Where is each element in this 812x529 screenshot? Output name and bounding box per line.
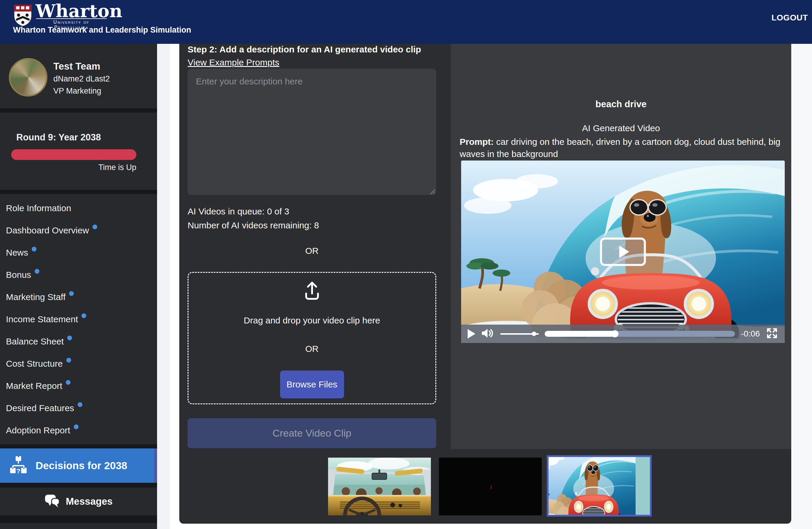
thumbnail-beach-drive-selected[interactable] xyxy=(547,455,652,517)
page-margin xyxy=(791,44,812,529)
divider xyxy=(0,108,157,113)
top-navbar: Wharton University of Pennsylvania Whart… xyxy=(0,0,812,44)
team-section: Test Team dName2 dLast2 VP Marketing xyxy=(0,44,157,108)
time-remaining: -0:06 xyxy=(741,329,760,339)
dropzone-instruction: Drag and drop your video clip here xyxy=(244,315,380,325)
play-overlay-button[interactable] xyxy=(600,237,646,266)
team-member: dName2 dLast2 xyxy=(53,73,110,85)
main-panel: Step 2: Add a description for an AI gene… xyxy=(179,44,791,524)
notification-dot xyxy=(69,291,74,296)
sidebar-nav-item[interactable]: Desired Features xyxy=(0,397,157,419)
thumbnail-speck xyxy=(491,485,492,489)
remaining-status: Number of AI videos remaining: 8 xyxy=(188,220,319,231)
scrollbar-track[interactable] xyxy=(170,44,179,529)
queue-status: AI Videos in queue: 0 of 3 xyxy=(188,206,289,217)
round-timer-label: Time is Up xyxy=(98,163,136,172)
divider xyxy=(0,515,157,523)
notification-dot xyxy=(66,380,71,385)
sidebar-nav: Role Information Dashboard Overview News… xyxy=(0,194,157,444)
team-role: VP Marketing xyxy=(53,85,110,97)
sidebar-nav-item[interactable]: Balance Sheet xyxy=(0,330,157,352)
video-panel: beach drive AI Generated Video Prompt: c… xyxy=(451,44,791,449)
messages-icon xyxy=(44,494,60,510)
divider xyxy=(0,190,157,194)
sidebar-nav-item-label: Adoption Report xyxy=(6,425,70,436)
logout-button[interactable]: LOGOUT xyxy=(771,13,808,23)
sidebar-nav-item-label: Bonus xyxy=(6,270,31,280)
video-subtitle: AI Generated Video xyxy=(451,123,791,133)
round-title: Round 9: Year 2038 xyxy=(16,132,101,143)
create-video-clip-button[interactable]: Create Video Clip xyxy=(188,418,436,448)
team-name: Test Team xyxy=(53,60,110,73)
fullscreen-icon[interactable] xyxy=(766,327,778,341)
step-title: Step 2: Add a description for an AI gene… xyxy=(188,44,448,55)
video-dropzone[interactable]: Drag and drop your video clip here OR Br… xyxy=(188,272,436,404)
round-section: Round 9: Year 2038 Time is Up xyxy=(0,113,157,190)
divider xyxy=(0,444,157,449)
divider xyxy=(0,483,157,487)
notification-dot xyxy=(35,269,40,274)
team-avatar xyxy=(9,58,47,97)
sidebar-nav-item-label: News xyxy=(6,248,28,258)
video-prompt: Prompt: car driving on the beach, driven… xyxy=(460,136,782,160)
view-example-prompts-link[interactable]: View Example Prompts xyxy=(188,57,279,68)
volume-icon[interactable] xyxy=(481,327,494,340)
round-progress-bar xyxy=(11,149,136,160)
sidebar-nav-item-label: Income Statement xyxy=(6,314,78,324)
sidebar-nav-item[interactable]: Income Statement xyxy=(0,308,157,330)
browse-files-button[interactable]: Browse Files xyxy=(280,370,344,398)
sidebar-nav-item-label: Marketing Staff xyxy=(6,292,66,302)
sidebar-nav-item[interactable]: Dashboard Overview xyxy=(0,219,157,241)
sidebar-nav-item[interactable]: Role Information xyxy=(0,197,157,219)
notification-dot xyxy=(67,358,71,363)
notification-dot xyxy=(78,402,82,407)
sidebar-nav-item[interactable]: News xyxy=(0,241,157,264)
svg-text:?: ? xyxy=(16,467,20,474)
progress-knob[interactable] xyxy=(611,330,619,337)
progress-fill xyxy=(545,331,615,337)
video-player[interactable]: -0:06 xyxy=(461,161,785,343)
sidebar-nav-item-label: Balance Sheet xyxy=(6,337,64,347)
video-title: beach drive xyxy=(451,99,791,109)
sidebar: Test Team dName2 dLast2 VP Marketing Rou… xyxy=(0,44,157,529)
decisions-label: Decisions for 2038 xyxy=(35,460,127,472)
description-input[interactable] xyxy=(188,69,436,195)
play-icon xyxy=(619,246,629,258)
upload-icon xyxy=(302,280,322,303)
notification-dot xyxy=(92,224,97,229)
sidebar-nav-item[interactable]: Cost Structure xyxy=(0,352,157,375)
sidebar-nav-item[interactable]: Bonus xyxy=(0,264,157,286)
round-progress-fill xyxy=(11,149,136,160)
notification-dot xyxy=(82,313,86,318)
sidebar-item-decisions[interactable]: ? Decisions for 2038 xyxy=(0,449,157,483)
thumbnail-black-clip[interactable] xyxy=(439,458,542,515)
volume-knob[interactable] xyxy=(532,332,536,336)
sidebar-nav-item-label: Market Report xyxy=(6,381,62,391)
prompt-label: Prompt: xyxy=(460,137,494,147)
volume-slider[interactable] xyxy=(500,333,539,335)
sidebar-nav-item-label: Dashboard Overview xyxy=(6,225,89,235)
sidebar-nav-item-label: Role Information xyxy=(6,203,71,213)
decisions-icon: ? xyxy=(9,456,28,476)
thumbnail-car-interior[interactable] xyxy=(328,458,431,515)
sidebar-nav-item[interactable]: Adoption Report xyxy=(0,419,157,441)
page-gutter xyxy=(157,44,170,529)
notification-dot xyxy=(32,247,37,251)
sidebar-nav-item[interactable]: Market Report xyxy=(0,375,157,397)
notification-dot xyxy=(67,336,72,340)
prompt-text: car driving on the beach, driven by a ca… xyxy=(460,137,780,159)
dropzone-or-label: OR xyxy=(305,344,319,354)
app-title: Wharton Teamwork and Leadership Simulati… xyxy=(13,26,191,35)
sidebar-nav-item-label: Cost Structure xyxy=(6,359,63,369)
play-button[interactable] xyxy=(468,329,475,339)
sidebar-item-messages[interactable]: Messages xyxy=(0,487,157,515)
messages-label: Messages xyxy=(66,496,113,507)
or-divider: OR xyxy=(188,246,436,256)
video-controls-bar: -0:06 xyxy=(461,325,785,343)
sidebar-nav-item[interactable]: Marketing Staff xyxy=(0,286,157,308)
sidebar-nav-item-label: Desired Features xyxy=(6,403,74,413)
progress-bar[interactable] xyxy=(545,331,735,337)
notification-dot xyxy=(74,424,78,429)
wharton-shield-logo xyxy=(13,3,33,28)
